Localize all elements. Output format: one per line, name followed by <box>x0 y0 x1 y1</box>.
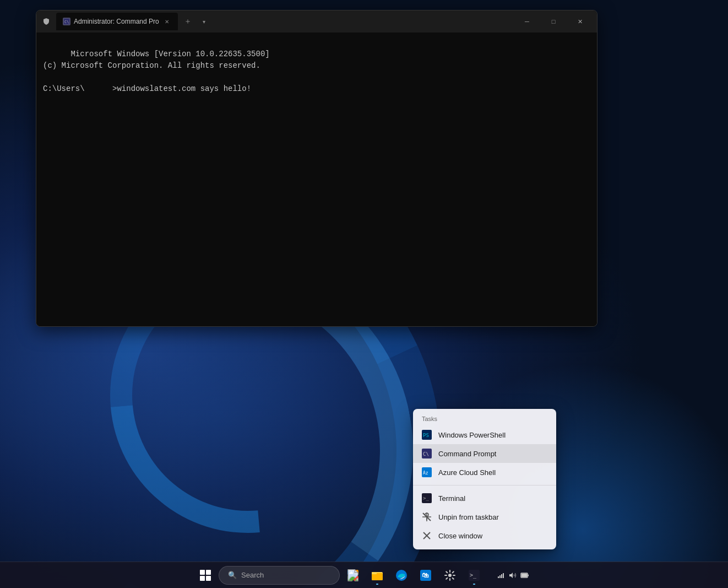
search-label: Search <box>241 571 264 579</box>
context-menu: Tasks PS Windows PowerShell C\ Command P… <box>413 409 556 549</box>
edge-icon <box>395 569 408 582</box>
terminal-taskbar-indicator <box>473 584 475 585</box>
start-icon-cell-2 <box>206 570 211 575</box>
context-item-close-window[interactable]: Close window <box>413 526 556 545</box>
svg-marker-34 <box>509 573 513 578</box>
svg-rect-36 <box>528 574 529 576</box>
file-explorer-icon <box>371 569 384 582</box>
context-item-azure-label: Azure Cloud Shell <box>438 468 496 477</box>
svg-rect-23 <box>372 572 377 574</box>
window-controls: ─ □ ✕ <box>514 13 593 30</box>
start-icon <box>200 570 211 581</box>
widgets-icon <box>346 569 360 582</box>
context-section-label: Tasks <box>413 413 556 425</box>
network-icon[interactable] <box>496 571 505 580</box>
svg-text:C\: C\ <box>423 451 429 457</box>
svg-text:PS: PS <box>423 433 429 438</box>
cmd-tab-icon: C\ <box>63 18 70 25</box>
battery-icon[interactable] <box>520 571 529 580</box>
taskbar-search[interactable]: 🔍 Search <box>219 566 340 585</box>
taskbar-edge-button[interactable] <box>390 564 412 586</box>
minimize-button[interactable]: ─ <box>514 13 540 30</box>
settings-icon <box>443 569 457 582</box>
taskbar: 🔍 Search <box>0 562 728 588</box>
svg-text:Az: Az <box>423 471 428 476</box>
svg-rect-33 <box>503 573 504 578</box>
start-icon-cell-4 <box>206 576 211 581</box>
context-item-terminal-label: Terminal <box>438 494 465 503</box>
shield-icon <box>41 16 52 27</box>
tab-dropdown-button[interactable]: ▾ <box>198 15 211 28</box>
context-item-powershell[interactable]: PS Windows PowerShell <box>413 425 556 444</box>
context-item-terminal[interactable]: >_ Terminal <box>413 489 556 508</box>
tab-close-button[interactable]: ✕ <box>162 17 171 26</box>
taskbar-store-button[interactable]: 🛍 <box>415 564 437 586</box>
start-icon-cell-1 <box>200 570 205 575</box>
terminal-titlebar: C\ Administrator: Command Pro ✕ ＋ ▾ ─ □ … <box>36 10 597 33</box>
context-item-command-prompt-label: Command Prompt <box>438 450 496 458</box>
active-tab[interactable]: C\ Administrator: Command Pro ✕ <box>56 13 178 30</box>
terminal-taskbar-icon: >_ <box>468 569 481 582</box>
search-icon: 🔍 <box>228 571 237 579</box>
svg-text:>_: >_ <box>423 495 429 501</box>
close-button[interactable]: ✕ <box>567 13 593 30</box>
store-icon: 🛍 <box>419 569 432 582</box>
powershell-icon: PS <box>422 430 432 440</box>
maximize-button[interactable]: □ <box>541 13 566 30</box>
taskbar-settings-button[interactable] <box>439 564 461 586</box>
terminal-icon: >_ <box>422 493 432 503</box>
svg-rect-30 <box>498 576 499 578</box>
terminal-window: C\ Administrator: Command Pro ✕ ＋ ▾ ─ □ … <box>36 10 597 327</box>
volume-icon[interactable] <box>508 571 517 580</box>
system-tray <box>492 571 534 580</box>
cmd-icon: C\ <box>422 449 432 458</box>
svg-point-27 <box>448 574 452 577</box>
context-item-unpin-label: Unpin from taskbar <box>438 513 499 521</box>
svg-text:C\: C\ <box>64 20 69 24</box>
start-icon-cell-3 <box>200 576 205 581</box>
taskbar-widgets-button[interactable] <box>342 564 364 586</box>
context-item-close-window-label: Close window <box>438 532 482 540</box>
new-tab-button[interactable]: ＋ <box>180 14 195 29</box>
context-item-command-prompt[interactable]: C\ Command Prompt <box>413 444 556 463</box>
context-item-unpin[interactable]: Unpin from taskbar <box>413 508 556 526</box>
context-item-azure-cloud-shell[interactable]: Az Azure Cloud Shell <box>413 463 556 482</box>
azure-cloud-shell-icon: Az <box>422 467 432 477</box>
tab-title: Administrator: Command Pro <box>74 18 159 25</box>
svg-text:🛍: 🛍 <box>422 571 429 579</box>
unpin-icon <box>422 512 432 522</box>
svg-rect-31 <box>499 575 501 578</box>
file-explorer-indicator <box>376 584 378 585</box>
taskbar-file-explorer-button[interactable] <box>366 564 388 586</box>
context-item-powershell-label: Windows PowerShell <box>438 431 506 439</box>
terminal-output: Microsoft Windows [Version 10.0.22635.35… <box>43 37 590 106</box>
close-x-icon <box>422 531 432 541</box>
start-button[interactable] <box>194 564 216 586</box>
svg-rect-37 <box>521 574 527 577</box>
terminal-body[interactable]: Microsoft Windows [Version 10.0.22635.35… <box>36 33 597 326</box>
svg-rect-32 <box>501 574 502 578</box>
taskbar-terminal-button[interactable]: >_ <box>463 564 485 586</box>
svg-text:>_: >_ <box>470 572 477 579</box>
context-divider-1 <box>413 485 556 485</box>
